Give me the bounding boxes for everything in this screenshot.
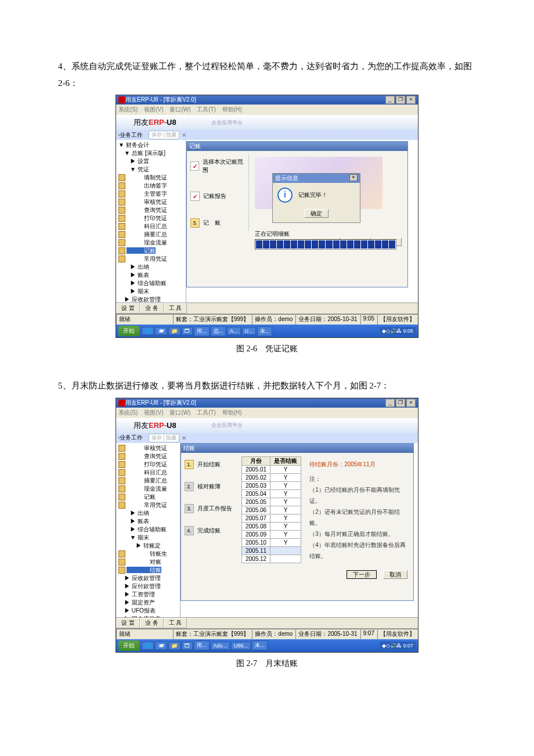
work-tab-label[interactable]: 业务工作 (120, 434, 143, 442)
tab-actions[interactable]: 保存 | 隐藏 (149, 131, 179, 139)
tree-item[interactable]: 审核凭证 (116, 444, 180, 452)
work-tab-label[interactable]: 业务工作 (120, 131, 143, 139)
task-item[interactable]: 🗔 (182, 642, 193, 650)
tree-item[interactable]: 摘要汇总 (116, 231, 186, 239)
task-item[interactable]: U... (242, 327, 256, 335)
menu-window[interactable]: 窗口(W) (169, 409, 190, 416)
ok-button[interactable]: 确定 (304, 209, 329, 218)
minimize-button[interactable]: _ (385, 96, 395, 104)
tab-close-icon[interactable]: ✕ (182, 132, 186, 138)
tree-item[interactable]: ▶ 出纳 (116, 263, 186, 271)
tree-item[interactable]: ▶ 账表 (116, 517, 180, 525)
task-item[interactable]: 📨 (155, 327, 167, 335)
start-button[interactable]: 开始 (118, 326, 139, 336)
tree-item[interactable]: 现金流量 (116, 485, 180, 493)
tree-item[interactable]: 常用凭证 (116, 255, 186, 263)
menu-tools[interactable]: 工具(T) (197, 409, 216, 416)
tree-item[interactable]: ▶ 设置 (116, 157, 186, 165)
tree-item[interactable]: 科目汇总 (116, 222, 186, 231)
tree-item[interactable]: ▶ 出纳 (116, 509, 180, 517)
tree-item[interactable]: ▶ 工资管理 (116, 591, 180, 599)
tree-item[interactable]: 审核凭证 (116, 198, 186, 206)
tree-item[interactable]: ▶ 综合辅助账 (116, 279, 186, 287)
tree-item[interactable]: 对账 (116, 558, 180, 566)
status-date: 业务日期：2005-10-31 (295, 629, 360, 639)
tree-item[interactable]: 出纳签字 (116, 182, 186, 190)
task-item[interactable]: 总... (211, 326, 226, 336)
task-item[interactable]: 未... (252, 640, 268, 650)
tree-item[interactable]: ▼ 凭证 (116, 165, 186, 174)
task-item[interactable]: U86... (231, 642, 251, 650)
tree-item[interactable]: 查询凭证 (116, 206, 186, 214)
start-button[interactable]: 开始 (118, 640, 139, 651)
menu-view[interactable]: 视图(V) (144, 106, 163, 113)
msgbox-close-icon[interactable]: × (349, 174, 358, 181)
tree-item-selected[interactable]: 记账 (116, 247, 186, 255)
tree-item[interactable]: 主管签字 (116, 190, 186, 198)
restore-button[interactable]: ❐ (396, 96, 405, 104)
system-tray[interactable]: ◆◇🔊🖧 9:05 (380, 327, 416, 335)
task-item[interactable]: 📁 (168, 327, 181, 335)
tree-item[interactable]: 查询凭证 (116, 452, 180, 460)
tab-actions[interactable]: 保存 | 隐藏 (149, 434, 179, 442)
tab-biz[interactable]: 业 务 (140, 303, 164, 314)
tree-item[interactable]: ▶ 应收款管理 (116, 574, 180, 582)
tree-item[interactable]: 转账生 (116, 550, 180, 558)
tree-item[interactable]: 打印凭证 (116, 214, 186, 222)
tree-item[interactable]: ▼ 总账 [演示版] (116, 149, 186, 157)
task-item[interactable]: 🌐 (142, 327, 154, 335)
tab-setting[interactable]: 设 置 (116, 303, 140, 314)
tree-item[interactable]: ▶ 固定资产 (116, 599, 180, 607)
tree-item[interactable]: ▶ UFO报表 (116, 607, 180, 615)
menu-help[interactable]: 帮助(H) (222, 409, 242, 416)
tab-setting[interactable]: 设 置 (116, 618, 140, 628)
tree-item[interactable]: ▶ 综合辅助账 (116, 525, 180, 534)
task-item[interactable]: 📁 (168, 642, 181, 650)
task-item[interactable]: 未... (257, 326, 273, 336)
tree-item[interactable]: ▼ 财务会计 (116, 141, 186, 149)
minimize-button[interactable]: _ (385, 399, 395, 407)
tree-item[interactable]: ▼ 期末 (116, 534, 180, 542)
tree-item[interactable]: 现金流量 (116, 239, 186, 247)
task-item[interactable]: 🗔 (182, 327, 193, 335)
tab-tool[interactable]: 工 具 (164, 618, 187, 628)
system-tray[interactable]: ◆◇🔊🖧 9:07 (380, 642, 416, 650)
tab-close-icon[interactable]: ✕ (182, 435, 186, 441)
task-item[interactable]: 用... (194, 326, 210, 336)
task-item[interactable]: Ado... (211, 642, 230, 650)
step-3: 3.记 账 (190, 218, 246, 228)
tree-item[interactable]: ▶ 应付款管理 (116, 582, 180, 591)
nav-tree[interactable]: ▼ 财务会计 ▼ 总账 [演示版] ▶ 设置 ▼ 凭证 填制凭证 出纳签字 主管… (116, 140, 186, 303)
menu-window[interactable]: 窗口(W) (169, 106, 190, 113)
next-button[interactable]: 下一步 (347, 570, 377, 579)
task-item[interactable]: A... (227, 327, 241, 335)
tree-item[interactable]: ▶ 转账定 (116, 542, 180, 550)
tree-item[interactable]: 摘要汇总 (116, 477, 180, 485)
tree-item[interactable]: 打印凭证 (116, 460, 180, 469)
tree-item[interactable]: 记账 (116, 493, 180, 501)
task-item[interactable]: 📨 (155, 642, 167, 650)
tab-biz[interactable]: 业 务 (140, 618, 164, 628)
task-item[interactable]: 用... (194, 640, 210, 650)
tree-item[interactable]: 科目汇总 (116, 469, 180, 477)
menu-system[interactable]: 系统(S) (118, 409, 138, 416)
restore-button[interactable]: ❐ (396, 399, 405, 407)
close-button[interactable]: × (406, 399, 416, 407)
tree-item-selected[interactable]: 结账 (116, 566, 180, 574)
task-item[interactable]: 🌐 (142, 642, 154, 650)
close-button[interactable]: × (406, 96, 416, 104)
menu-system[interactable]: 系统(S) (118, 106, 138, 113)
tree-item[interactable]: ▶ 现金流量表 (116, 615, 180, 617)
status-bar: 就绪 账套：工业演示账套【999】 操作员：demo 业务日期：2005-10-… (116, 628, 418, 639)
tree-item[interactable]: 填制凭证 (116, 174, 186, 182)
tree-item[interactable]: ▶ 应收款管理 (116, 296, 186, 303)
tree-item[interactable]: ▶ 账表 (116, 271, 186, 279)
cancel-button[interactable]: 取消 (383, 570, 407, 579)
tree-item[interactable]: 常用凭证 (116, 501, 180, 509)
menu-view[interactable]: 视图(V) (144, 409, 163, 416)
nav-tree[interactable]: 审核凭证 查询凭证 打印凭证 科目汇总 摘要汇总 现金流量 记账 常用凭证 ▶ … (116, 443, 181, 617)
tree-item[interactable]: ▶ 期末 (116, 287, 186, 296)
menu-help[interactable]: 帮助(H) (222, 106, 242, 113)
menu-tools[interactable]: 工具(T) (197, 106, 216, 113)
tab-tool[interactable]: 工 具 (164, 303, 187, 314)
